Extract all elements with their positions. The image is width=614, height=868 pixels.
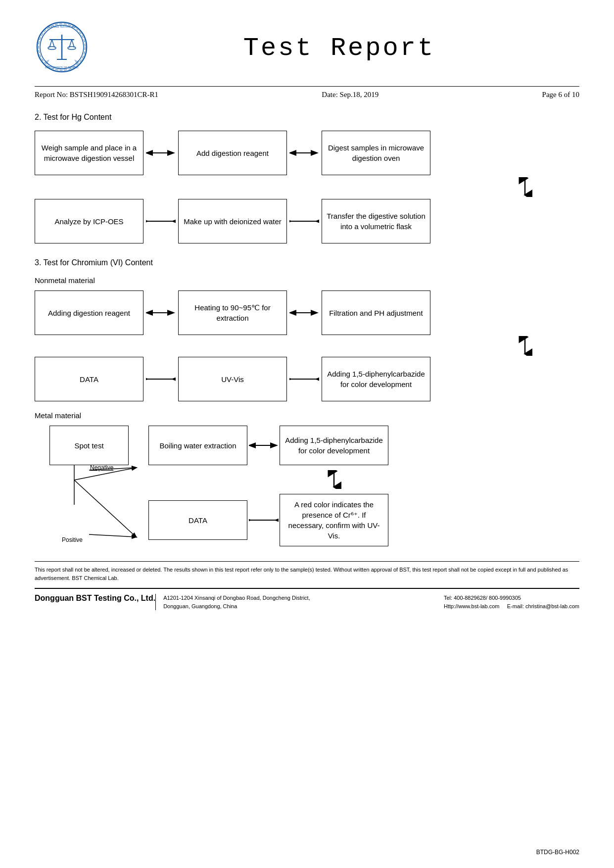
svg-text:Negative: Negative <box>90 465 114 471</box>
arrow-left-1 <box>143 199 178 243</box>
arrow-right-nm1 <box>143 290 178 335</box>
report-no: Report No: BSTSH190914268301CR-R1 <box>35 91 158 99</box>
hg-box3: Digest samples in microwave digestion ov… <box>322 131 430 175</box>
arrow-left-nm2 <box>287 357 322 401</box>
doc-number: BTDG-BG-H002 <box>536 849 579 856</box>
report-page: Page 6 of 10 <box>542 91 579 99</box>
spot-test-box: Spot test <box>49 426 129 465</box>
nm-box2: Heating to 90~95℃ for extraction <box>178 290 287 335</box>
report-date: Date: Sep.18, 2019 <box>322 91 378 99</box>
hg-box4: Analyze by ICP-OES <box>35 199 143 243</box>
svg-line-28 <box>89 534 136 537</box>
arrow-right-1 <box>143 131 178 175</box>
svg-text:RELIABLE TESTING AND: RELIABLE TESTING AND <box>47 25 77 28</box>
red-color-box: A red color indicates the presence of Cr… <box>280 494 388 546</box>
footer-company: Dongguan BST Testing Co., Ltd. <box>35 594 155 603</box>
hg-box2: Add digestion reagent <box>178 131 287 175</box>
report-title: Test Report <box>99 34 579 63</box>
svg-point-7 <box>48 47 56 49</box>
nm-box4: DATA <box>35 357 143 401</box>
arrow-left-2 <box>287 199 322 243</box>
section3-title: 3. Test for Chromium (VI) Content <box>35 258 579 267</box>
hg-box1: Weigh sample and place in a microwave di… <box>35 131 143 175</box>
nm-box5: UV-Vis <box>178 357 287 401</box>
nm-box6: Adding 1,5-diphenylcarbazide for color d… <box>322 357 430 401</box>
arrow-right-nm2 <box>287 290 322 335</box>
footer-address: A1201-1204 Xinsanqi of Dongbao Road, Don… <box>155 594 436 610</box>
svg-line-32 <box>74 480 136 537</box>
adding-color-box: Adding 1,5-diphenylcarbazide for color d… <box>280 426 388 465</box>
footer-contact: Tel: 400-8829628/ 800-9990305 Http://www… <box>436 594 579 610</box>
hg-box6: Transfer the digestive solution into a v… <box>322 199 430 243</box>
disclaimer-text: This report shall not be altered, increa… <box>35 561 579 582</box>
nm-box3: Filtration and PH adjustment <box>322 290 430 335</box>
nonmetal-label: Nonmetal material <box>35 276 579 285</box>
svg-text:BEST SERVICE OF TESTING: BEST SERVICE OF TESTING <box>45 66 79 69</box>
nm-box1: Adding digestion reagent <box>35 290 143 335</box>
arrow-right-2 <box>287 131 322 175</box>
section2-title: 2. Test for Hg Content <box>35 113 579 122</box>
svg-point-10 <box>68 47 76 49</box>
hg-box5: Make up with deionized water <box>178 199 287 243</box>
boiling-water-box: Boiling water extraction <box>148 426 247 465</box>
svg-text:Positive: Positive <box>62 536 83 543</box>
metal-label: Metal material <box>35 411 579 420</box>
metal-data-box: DATA <box>148 500 247 540</box>
arrow-left-nm1 <box>143 357 178 401</box>
